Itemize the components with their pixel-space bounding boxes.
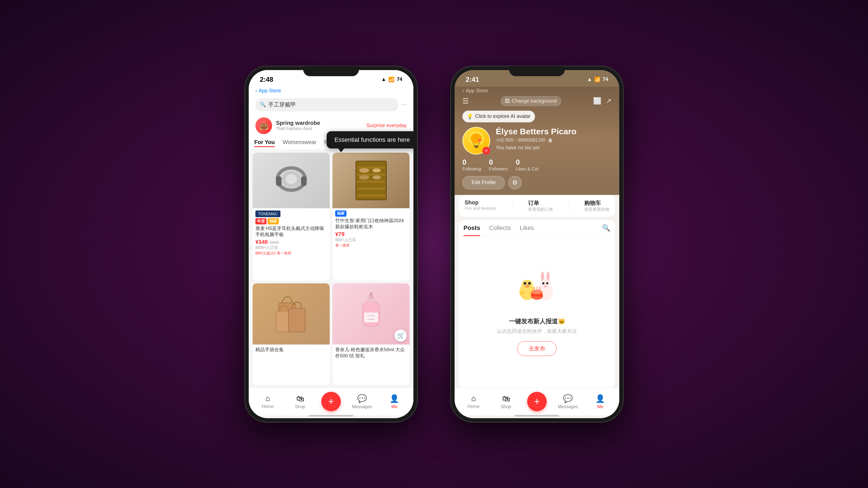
right-app-store-bar[interactable]: ‹ App Store bbox=[462, 87, 612, 96]
profile-name-area: Élyse Betters Picaro 小红书ID：95682681180 📋… bbox=[496, 127, 612, 151]
order-item[interactable]: 订单 查看我的订单 bbox=[528, 199, 553, 212]
minimize-icon[interactable]: ⬜ bbox=[593, 97, 601, 105]
svg-point-30 bbox=[478, 139, 481, 141]
left-phone: 2:48 ▲ 📶 74 ‹ App Store 🔍 手工穿戴甲 ··· bbox=[245, 66, 417, 422]
back-arrow-right[interactable]: ‹ bbox=[462, 88, 464, 94]
empty-title: 一键发布新人报道🐱 bbox=[509, 317, 565, 326]
svg-point-44 bbox=[542, 282, 545, 285]
product-card-2[interactable]: 独家 竹中生智·家用门口收纳神器2024新款爆款鞋柜实木 ¥79 600+人已买… bbox=[333, 153, 409, 281]
signal-icon: 📶 bbox=[389, 76, 395, 83]
svg-point-46 bbox=[544, 285, 547, 288]
product-title-1: 唐麦·H5蓝牙耳机头戴式主动降噪手机电脑平板 bbox=[255, 226, 327, 238]
nav-plus-left[interactable]: + bbox=[321, 392, 341, 411]
ai-avatar-hint[interactable]: 💡 Click to explore AI avatar bbox=[462, 111, 535, 122]
product-info-3: 精品手袋合集 bbox=[253, 345, 330, 356]
search-text: 手工穿戴甲 bbox=[268, 101, 296, 108]
nav-shop-right[interactable]: 🛍 Shop bbox=[495, 394, 517, 409]
home-label-right: Home bbox=[468, 404, 479, 409]
profile-username: Élyse Betters Picaro bbox=[496, 127, 612, 136]
profile-mini-avatar: 👜 bbox=[255, 117, 272, 134]
tooltip-bubble: Essential functions are here bbox=[327, 131, 413, 149]
tab-posts[interactable]: Posts bbox=[464, 220, 480, 236]
profile-actions: Edit Profile ⚙ bbox=[462, 176, 612, 189]
price-main-2: ¥79 bbox=[335, 231, 344, 237]
product-card-1[interactable]: TONEMAC 年货 独家 唐麦·H5蓝牙耳机头戴式主动降噪手机电脑平板 ¥34… bbox=[253, 153, 330, 281]
battery-icon-right: 74 bbox=[602, 76, 608, 82]
right-time: 2:41 bbox=[466, 76, 479, 84]
nav-me-right[interactable]: 👤 Me bbox=[589, 394, 612, 409]
shop-subtitle: Fun and fantastic bbox=[465, 206, 497, 210]
wifi-icon: ▲ bbox=[381, 76, 386, 82]
cart-title: 购物车 bbox=[584, 199, 601, 207]
profile-mini-info: Spring wardrobe That Fashion Aunt bbox=[276, 120, 320, 131]
search-icon: 🔍 bbox=[260, 101, 266, 108]
profile-bio: You have no bio yet bbox=[496, 145, 612, 151]
product-card-3[interactable]: 精品手袋合集 bbox=[253, 283, 330, 385]
tab-womenswear[interactable]: Womenswear bbox=[283, 139, 317, 147]
stat-likes[interactable]: 0 Likes & Col bbox=[516, 158, 538, 171]
app-store-label-right: App Store bbox=[466, 88, 488, 94]
svg-point-34 bbox=[528, 282, 531, 285]
empty-illustration bbox=[515, 268, 559, 313]
svg-rect-1 bbox=[276, 176, 282, 186]
home-indicator-left bbox=[249, 416, 413, 418]
settings-button[interactable]: ⚙ bbox=[508, 176, 522, 189]
publish-button[interactable]: 去发布 bbox=[517, 341, 557, 356]
me-label-right: Me bbox=[597, 404, 603, 409]
product-info-2: 独家 竹中生智·家用门口收纳神器2024新款爆款鞋柜实木 ¥79 600+人已买… bbox=[333, 208, 409, 250]
nav-me-left[interactable]: 👤 Me bbox=[383, 394, 406, 409]
svg-rect-22 bbox=[364, 313, 378, 322]
copy-icon[interactable]: 📋 bbox=[548, 138, 553, 143]
tab-for-you[interactable]: For You bbox=[254, 139, 275, 147]
surprise-tag: Surprise everyday bbox=[366, 123, 407, 128]
home-icon-right: ⌂ bbox=[471, 394, 476, 403]
avatar-plus-btn[interactable]: + bbox=[483, 147, 490, 155]
edit-profile-button[interactable]: Edit Profile bbox=[462, 176, 505, 189]
me-icon-right: 👤 bbox=[595, 394, 605, 403]
content-tabs: Posts Collects Likes 🔍 bbox=[459, 220, 615, 236]
svg-rect-10 bbox=[357, 194, 385, 197]
change-bg-button[interactable]: 🖼 Change background bbox=[500, 96, 561, 106]
svg-point-14 bbox=[373, 175, 381, 180]
profile-mini-subtitle: That Fashion Aunt bbox=[276, 126, 320, 131]
share-icon[interactable]: ↗ bbox=[606, 97, 612, 105]
likes-count: 0 bbox=[516, 158, 520, 167]
nav-home-right[interactable]: ⌂ Home bbox=[462, 394, 485, 409]
nav-home-left[interactable]: ⌂ Home bbox=[256, 394, 279, 409]
signal-icon-right: 📶 bbox=[594, 76, 600, 83]
stat-following[interactable]: 0 Following bbox=[462, 158, 481, 171]
nav-messages-right[interactable]: 💬 Messages bbox=[557, 394, 579, 409]
svg-point-49 bbox=[531, 290, 542, 294]
stat-followers[interactable]: 0 Followers bbox=[489, 158, 508, 171]
nav-messages-left[interactable]: 💬 Messages bbox=[351, 394, 373, 409]
search-input-area[interactable]: 🔍 手工穿戴甲 bbox=[255, 98, 398, 111]
nav-shop-left[interactable]: 🛍 Shop bbox=[289, 394, 311, 409]
profile-avatar-wrap[interactable]: + bbox=[462, 127, 490, 155]
top-right-icons: ⬜ ↗ bbox=[593, 97, 612, 105]
product-card-4[interactable]: CHANEL CHANCE 🛒 香奈儿·粉色邂逅浓香水50ml 大众价500 结… bbox=[333, 283, 409, 385]
shop-item[interactable]: Shop Fun and fantastic bbox=[465, 199, 497, 212]
left-app-store-bar[interactable]: ‹ App Store bbox=[249, 87, 413, 96]
product-info-4: 香奈儿·粉色邂逅浓香水50ml 大众价500 结 按礼 bbox=[333, 345, 409, 362]
tab-search-icon[interactable]: 🔍 bbox=[602, 224, 610, 232]
cart-badge[interactable]: 🛒 bbox=[395, 329, 407, 342]
sold-count-1: 8000+人已买 bbox=[255, 245, 327, 250]
hamburger-icon[interactable]: ☰ bbox=[462, 97, 469, 105]
app-store-label-left: App Store bbox=[259, 88, 281, 94]
back-arrow-left[interactable]: ‹ bbox=[255, 88, 257, 94]
right-bottom-nav: ⌂ Home 🛍 Shop + 💬 Messages 👤 Me bbox=[455, 388, 619, 416]
home-icon-left: ⌂ bbox=[266, 394, 270, 403]
product-img-shoerack bbox=[333, 153, 409, 208]
tab-collects[interactable]: Collects bbox=[489, 220, 511, 236]
tab-likes[interactable]: Likes bbox=[520, 220, 534, 236]
svg-point-12 bbox=[373, 168, 381, 172]
cart-item[interactable]: 购物车 查获推荐好物 bbox=[584, 199, 609, 212]
product-img-headphones bbox=[253, 153, 330, 208]
left-status-icons: ▲ 📶 74 bbox=[381, 76, 402, 83]
following-count: 0 bbox=[462, 158, 466, 167]
product-info-1: TONEMAC 年货 独家 唐麦·H5蓝牙耳机头戴式主动降噪手机电脑平板 ¥34… bbox=[253, 208, 330, 258]
shop-label-left: Shop bbox=[295, 404, 305, 409]
messages-icon-left: 💬 bbox=[357, 394, 367, 403]
nav-plus-right[interactable]: + bbox=[527, 392, 547, 411]
more-dots[interactable]: ··· bbox=[402, 101, 407, 108]
